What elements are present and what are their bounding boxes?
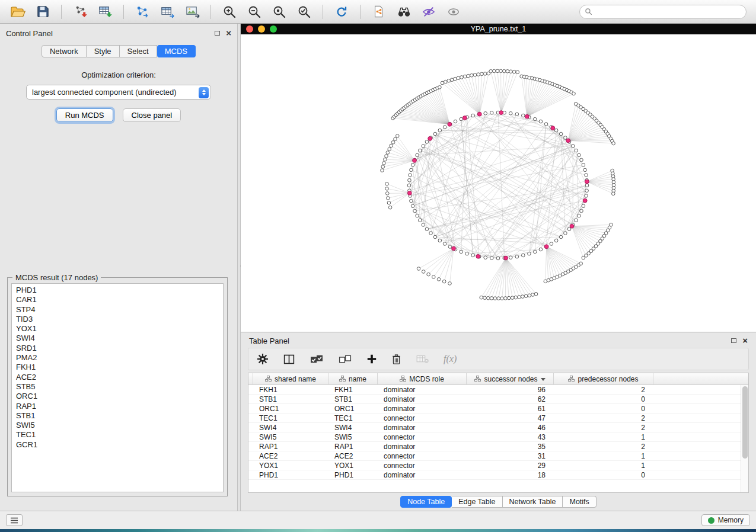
- refresh-button[interactable]: [330, 2, 353, 21]
- column-header-name[interactable]: name: [328, 373, 378, 385]
- table-settings-button[interactable]: [257, 353, 269, 365]
- result-node[interactable]: SRD1: [16, 344, 219, 353]
- mcds-result-group: MCDS result (17 nodes) PHD1CAR1STP4TID3Y…: [7, 277, 228, 496]
- export-table-button[interactable]: [155, 2, 179, 21]
- result-node[interactable]: TEC1: [16, 430, 219, 440]
- float-table-panel-icon[interactable]: [731, 338, 736, 343]
- table-header-row: shared namenameMCDS rolesuccessor nodesp…: [248, 373, 748, 385]
- optimization-select[interactable]: largest connected component (undirected): [26, 85, 211, 100]
- table-row[interactable]: TEC1TEC1connector472: [248, 414, 741, 423]
- refresh-icon: [334, 5, 349, 19]
- cell-successor-nodes: 35: [467, 442, 554, 451]
- zoom-in-button[interactable]: [218, 2, 241, 21]
- tab-mcds[interactable]: MCDS: [157, 45, 196, 57]
- result-node[interactable]: RAP1: [16, 402, 219, 411]
- result-node[interactable]: STP4: [16, 305, 219, 315]
- cell-predecessor-nodes: 1: [554, 432, 653, 442]
- column-header-predecessor-nodes[interactable]: predecessor nodes: [554, 373, 653, 385]
- result-node[interactable]: TID3: [16, 315, 219, 324]
- save-session-button[interactable]: [31, 2, 55, 21]
- cell-name: RAP1: [328, 442, 378, 451]
- close-panel-button[interactable]: Close panel: [123, 108, 181, 122]
- table-row[interactable]: STB1STB1dominator620: [248, 395, 741, 404]
- import-network-button[interactable]: [68, 2, 92, 21]
- run-mcds-button[interactable]: Run MCDS: [56, 108, 113, 122]
- toggle-graphics-button[interactable]: [417, 2, 441, 21]
- search-input[interactable]: [595, 8, 741, 16]
- cell-name: STB1: [328, 395, 378, 404]
- table-row[interactable]: YOX1YOX1connector291: [248, 461, 741, 470]
- result-node[interactable]: PHD1: [16, 286, 219, 295]
- find-button[interactable]: [392, 2, 416, 21]
- zoom-selected-button[interactable]: [292, 2, 316, 21]
- table-scrollbar[interactable]: [741, 385, 748, 492]
- mcds-result-title: MCDS result (17 nodes): [12, 273, 101, 282]
- export-network-button[interactable]: [130, 2, 154, 21]
- zoom-in-icon: [222, 5, 237, 19]
- result-node[interactable]: STB5: [16, 382, 219, 392]
- tab-style[interactable]: Style: [87, 45, 120, 57]
- cell-name: ACE2: [328, 451, 378, 461]
- close-window-icon[interactable]: [246, 25, 253, 33]
- export-image-button[interactable]: [180, 2, 204, 21]
- table-row[interactable]: ORC1ORC1dominator610: [248, 404, 741, 414]
- tab-select[interactable]: Select: [120, 45, 157, 57]
- share-document-button[interactable]: [367, 2, 391, 21]
- show-columns-button[interactable]: [283, 353, 295, 366]
- control-panel: Control Panel × NetworkStyleSelectMCDS O…: [0, 24, 237, 511]
- table-row[interactable]: ACE2ACE2connector311: [248, 451, 741, 461]
- result-node[interactable]: CAR1: [16, 295, 219, 305]
- column-header-shared-name[interactable]: shared name: [253, 373, 328, 385]
- result-node[interactable]: STB1: [16, 411, 219, 421]
- import-table-button[interactable]: [93, 2, 117, 21]
- close-panel-icon[interactable]: ×: [226, 30, 231, 36]
- select-all-button[interactable]: [310, 353, 324, 365]
- network-graph[interactable]: [241, 34, 756, 332]
- result-node[interactable]: FKH1: [16, 363, 219, 372]
- column-header-successor-nodes[interactable]: successor nodes: [467, 373, 554, 385]
- import-network-icon: [73, 5, 88, 18]
- result-node[interactable]: SWI4: [16, 334, 219, 343]
- tab-node-table[interactable]: Node Table: [400, 496, 452, 508]
- minimize-window-icon[interactable]: [258, 25, 265, 33]
- optimization-selected-value: largest connected component (undirected): [32, 88, 177, 97]
- result-node[interactable]: PMA2: [16, 353, 219, 363]
- table-row[interactable]: PHD1PHD1dominator180: [248, 470, 741, 480]
- tab-network[interactable]: Network: [42, 45, 87, 57]
- cell-MCDS-role: dominator: [378, 470, 467, 480]
- tab-motifs[interactable]: Motifs: [563, 496, 596, 508]
- result-node[interactable]: SWI5: [16, 421, 219, 430]
- column-header-MCDS-role[interactable]: MCDS role: [378, 373, 467, 385]
- memory-button[interactable]: Memory: [701, 514, 750, 526]
- table-row[interactable]: RAP1RAP1dominator352: [248, 442, 741, 451]
- scrollbar-thumb[interactable]: [742, 386, 748, 459]
- toolbar-separator: [61, 5, 62, 19]
- add-column-button[interactable]: [366, 354, 377, 364]
- folder-open-icon: [10, 5, 25, 19]
- open-session-button[interactable]: [6, 2, 30, 21]
- close-table-panel-icon[interactable]: ×: [742, 338, 748, 344]
- table-row[interactable]: SWI5SWI5connector431: [248, 432, 741, 442]
- table-row[interactable]: FKH1FKH1dominator962: [248, 385, 741, 395]
- network-titlebar: YPA_prune.txt_1: [241, 24, 756, 34]
- zoom-fit-button[interactable]: [267, 2, 291, 21]
- cell-MCDS-role: connector: [378, 432, 467, 442]
- tab-edge-table[interactable]: Edge Table: [452, 496, 502, 508]
- unselect-all-button[interactable]: [338, 353, 352, 365]
- tab-network-table[interactable]: Network Table: [503, 496, 563, 508]
- zoom-out-icon: [247, 5, 261, 19]
- result-node[interactable]: ACE2: [16, 373, 219, 382]
- zoom-out-button[interactable]: [243, 2, 266, 21]
- maximize-window-icon[interactable]: [270, 25, 277, 33]
- result-node[interactable]: ORC1: [16, 392, 219, 401]
- bird-eye-button[interactable]: [442, 2, 465, 21]
- result-node[interactable]: GCR1: [16, 440, 219, 450]
- float-panel-icon[interactable]: [215, 31, 220, 36]
- table-row[interactable]: SWI4SWI4dominator462: [248, 423, 741, 432]
- cell-shared-name: YOX1: [253, 461, 328, 470]
- result-node[interactable]: YOX1: [16, 324, 219, 334]
- delete-column-button[interactable]: [391, 354, 401, 365]
- function-builder-button[interactable]: f(x): [444, 354, 457, 364]
- show-panels-button[interactable]: [6, 514, 23, 526]
- cell-predecessor-nodes: 1: [554, 451, 653, 461]
